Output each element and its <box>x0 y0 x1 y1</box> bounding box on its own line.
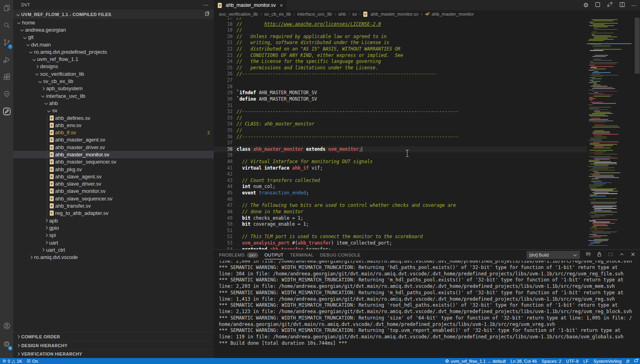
tree-item-ahb_master_agent.sv[interactable]: ahb_master_agent.sv <box>13 136 214 144</box>
tree-item-git[interactable]: git <box>13 34 214 41</box>
tree-item-ahb[interactable]: ahb <box>13 99 214 107</box>
code-line-34[interactable]: 34// CLASS: ahb_master_monitor <box>214 121 587 127</box>
more-actions-icon[interactable]: ⋯ <box>631 2 637 8</box>
code-line-30[interactable]: 30`define AHB_MASTER_MONITOR_SV <box>214 96 587 103</box>
code-line-48[interactable]: 48 // done in the monitor <box>214 209 587 215</box>
tree-item-gpio[interactable]: gpio <box>13 224 214 231</box>
tree-item-designs[interactable]: designs <box>13 63 214 70</box>
eol-status[interactable]: LF <box>583 359 589 364</box>
breadcrumb-item-ahb_master_monitor.sv[interactable]: ahb_master_monitor.sv <box>363 12 419 17</box>
code-line-19[interactable]: 19// <box>214 27 587 34</box>
tree-item-sv[interactable]: sv <box>13 107 214 114</box>
tree-item-ahb_env.sv[interactable]: ahb_env.sv <box>13 121 214 129</box>
split-editor-icon[interactable] <box>619 2 625 9</box>
section-design-hierarchy[interactable]: DESIGN HIERARCHY <box>13 341 214 349</box>
close-panel-icon[interactable] <box>630 251 636 259</box>
code-line-47[interactable]: 47 // The following two bits are used to… <box>214 202 587 209</box>
tree-item-ahb_master_sequencer.sv[interactable]: ahb_master_sequencer.sv <box>13 158 214 166</box>
code-line-25[interactable]: 25// permissions and limitations under t… <box>214 65 587 71</box>
code-line-26[interactable]: 26//------------------------------------… <box>214 71 587 77</box>
project-config-status[interactable]: ⚙ uvm_ref_flow_1.1 → default <box>445 358 506 364</box>
output-channel-dropdown[interactable]: [dvt] Build <box>527 251 580 259</box>
maximize-panel-icon[interactable] <box>608 251 614 259</box>
code-line-44[interactable]: 44 int num_col; <box>214 184 587 190</box>
section-compile-order[interactable]: COMPILE ORDER <box>13 332 214 341</box>
code-line-40[interactable]: 40 // Virtual Interface for monitoring D… <box>214 159 587 165</box>
section-verification-hierarchy[interactable]: VERIFICATION HIERARCHY <box>13 350 214 358</box>
minimap[interactable] <box>587 18 632 249</box>
indentation-status[interactable]: Spaces: 2 <box>542 359 561 364</box>
breadcrumb-item-sv_cb_ex_lib[interactable]: sv_cb_ex_lib <box>264 12 291 16</box>
code-line-31[interactable]: 31 <box>214 103 587 109</box>
code-line-42[interactable]: 42 <box>214 171 587 178</box>
extensions-icon[interactable] <box>0 70 13 84</box>
problems-status[interactable]: ⊘ 0 △ 1K <box>2 358 22 364</box>
code-editor[interactable]: 17//18// http://www.apache.org/licenses/… <box>214 18 640 249</box>
tree-item-ahb_slave_sequencer.sv[interactable]: ahb_slave_sequencer.sv <box>13 195 214 202</box>
tree-item-ro.amiq.dvt.predefined_projects[interactable]: ro.amiq.dvt.predefined_projects <box>13 48 214 55</box>
code-line-28[interactable]: 28 <box>214 84 587 90</box>
language-mode-status[interactable]: SystemVerilog <box>593 359 622 364</box>
tree-item-dvt.main[interactable]: dvt.main <box>13 41 214 48</box>
tree-item-sv_cb_ex_lib[interactable]: sv_cb_ex_lib <box>13 77 214 85</box>
panel-tab-problems[interactable]: PROBLEMS1K+ <box>219 250 258 260</box>
open-preview-icon[interactable] <box>595 2 601 9</box>
cursor-position-status[interactable]: Ln 38, Col 46 <box>510 359 537 364</box>
compiled-files-section-header[interactable]: UVM_REF_FLOW_1.1 - COMPILED FILES <box>13 10 214 19</box>
tree-item-ahb_slave_driver.sv[interactable]: ahb_slave_driver.sv <box>13 180 214 188</box>
panel-tab-output[interactable]: OUTPUT <box>265 250 284 260</box>
source-control-icon[interactable] <box>0 35 13 50</box>
search-icon[interactable] <box>0 18 13 32</box>
breadcrumb-item-ahb_master_monitor[interactable]: ahb_master_monitor <box>425 12 474 17</box>
dvt-trace-icon[interactable] <box>607 1 613 9</box>
tree-item-apb_subsystem[interactable]: apb_subsystem <box>13 85 214 92</box>
editor-scrollbar-thumb[interactable] <box>635 18 640 74</box>
code-line-35[interactable]: 35// <box>214 127 587 134</box>
settings-gear-icon[interactable]: ⚙ 1 <box>0 337 13 351</box>
code-line-45[interactable]: 45 event transaction_ended; <box>214 190 587 196</box>
breadcrumb-item-soc_verification_lib[interactable]: soc_verification_lib <box>219 12 258 16</box>
panel-tab-debug-console[interactable]: DEBUG CONSOLE <box>320 250 361 260</box>
explorer-icon[interactable] <box>0 1 13 15</box>
dvt-pencil-icon[interactable] <box>0 104 13 119</box>
tree-item-ahb_transfer.sv[interactable]: ahb_transfer.sv <box>13 202 214 209</box>
run-debug-icon[interactable] <box>0 53 13 67</box>
tree-item-ahb_master_driver.sv[interactable]: ahb_master_driver.sv <box>13 144 214 151</box>
code-line-49[interactable]: 49 bit checks_enable = 1; <box>214 215 587 222</box>
code-line-23[interactable]: 23// CONDITIONS OF ANY KIND, either expr… <box>214 53 587 59</box>
code-line-41[interactable]: 41 virtual interface ahb_if vif; <box>214 165 587 172</box>
output-console[interactable]: line: 2,000 in file: /home/andreea.georg… <box>219 261 638 357</box>
code-line-18[interactable]: 18// http://www.apache.org/licenses/LICE… <box>214 21 587 28</box>
code-line-52[interactable]: 52 // This TLM port is used to connect t… <box>214 234 587 240</box>
code-line-21[interactable]: 21// writing, software distributed under… <box>214 40 587 46</box>
clear-output-icon[interactable] <box>585 251 591 259</box>
tree-item-andreea.georgian[interactable]: andreea.georgian <box>13 26 214 33</box>
tree-item-soc_verification_lib[interactable]: soc_verification_lib <box>13 70 214 77</box>
encoding-status[interactable]: UTF-8 <box>566 359 579 364</box>
more-actions-icon[interactable]: ⋯ <box>203 2 209 8</box>
code-line-17[interactable]: 17// <box>214 18 587 21</box>
tree-item-spi[interactable]: spi <box>13 232 214 239</box>
gear-icon[interactable]: ⚙ <box>583 2 589 9</box>
tree-item-ro.amiq.dvt.vscode[interactable]: ro.amiq.dvt.vscode <box>13 254 214 261</box>
code-line-54[interactable]: 54 protected ahb_transfer transfer; <box>214 247 587 249</box>
tree-item-ahb_slave_agent.sv[interactable]: ahb_slave_agent.sv <box>13 173 214 180</box>
code-line-53[interactable]: 53 uvm_analysis_port #(ahb_transfer) ite… <box>214 240 587 247</box>
tree-item-uart[interactable]: uart <box>13 239 214 246</box>
tabs-lock-status[interactable] <box>626 359 629 363</box>
breadcrumb-item-ahb[interactable]: ahb <box>338 12 346 16</box>
chevron-up-icon[interactable] <box>619 251 625 259</box>
breadcrumb-item-sv[interactable]: sv <box>352 12 357 16</box>
code-line-50[interactable]: 50 bit coverage_enable = 1; <box>214 221 587 228</box>
tree-item-ahb_pkg.sv[interactable]: ahb_pkg.sv <box>13 166 214 173</box>
code-line-43[interactable]: 43 // Count transfers collected <box>214 178 587 184</box>
panel-tab-terminal[interactable]: TERMINAL <box>290 250 314 260</box>
code-line-32[interactable]: 32//------------------------------------… <box>214 109 587 115</box>
code-line-22[interactable]: 22// distributed on an "AS IS" BASIS, WI… <box>214 46 587 53</box>
code-line-20[interactable]: 20// Unless required by applicable law o… <box>214 34 587 40</box>
code-line-39[interactable]: 39 <box>214 152 587 159</box>
account-icon[interactable] <box>0 319 13 333</box>
code-line-29[interactable]: 29`ifndef AHB_MASTER_MONITOR_SV <box>214 90 587 96</box>
code-line-33[interactable]: 33// <box>214 115 587 121</box>
tab-ahb-master-monitor[interactable]: ahb_master_monitor.sv × <box>214 0 287 10</box>
